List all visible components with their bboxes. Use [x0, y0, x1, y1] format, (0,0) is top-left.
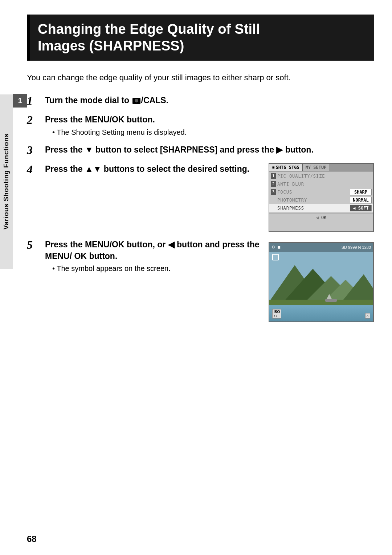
page-number: 68 [27, 534, 37, 544]
menu-rows: 1 PIC QUALITY/SIZE 2 ANTI BLUR 3 FOCUS [269, 171, 373, 213]
menu-row-1-num: 1 [271, 173, 276, 179]
boat-svg [324, 294, 338, 303]
page-container: Various Shooting Functions 1 Changing th… [0, 0, 392, 555]
chapter-badge: 1 [13, 94, 27, 108]
cam-top-info: SD 9999 N 1280 [342, 245, 371, 250]
step-2-content: Press the MENU/OK button. The Shooting S… [45, 114, 374, 137]
camera-screenshot: ⚙ ◼ SD 9999 N 1280 [269, 242, 374, 322]
menu-row-2-label: ANTI BLUR [277, 182, 372, 187]
step-5-screenshot: ⚙ ◼ SD 9999 N 1280 [269, 239, 374, 322]
menu-tab-active-label: SHTG STGS [276, 165, 299, 170]
page-title: Changing the Edge Quality of Still Image… [38, 21, 366, 54]
title-line1: Changing the Edge Quality of Still [38, 21, 260, 37]
step-3-number: 3 [27, 144, 41, 157]
side-tab: Various Shooting Functions [0, 94, 13, 269]
menu-tab-shtg: ◼ SHTG STGS [269, 164, 303, 171]
menu-row-4-label: PHOTOMETRY [277, 198, 350, 203]
step-5-text: Press the MENU/OK button, or ◀ button an… [45, 239, 261, 262]
cam-boat [324, 294, 338, 304]
step-4-number: 4 [27, 163, 41, 176]
side-tab-text: Various Shooting Functions [3, 133, 10, 230]
step-3: 3 Press the ▼ button to select [SHARPNES… [27, 144, 374, 157]
step-3-content: Press the ▼ button to select [SHARPNESS]… [45, 144, 374, 155]
chapter-number: 1 [18, 97, 22, 105]
step-2-number: 2 [27, 114, 41, 126]
camera-mode-icon [132, 98, 140, 104]
step-5-row: 5 Press the MENU/OK button, or ◀ button … [27, 239, 374, 322]
cam-iso-badge: ISO ↑↓ [272, 309, 281, 319]
menu-ok: ◁ OK [269, 214, 373, 221]
menu-screenshot: ◼ SHTG STGS MY SETUP 1 PIC QUALITY/SIZE [269, 163, 374, 232]
cam-sharpness-icon: ⌂ [367, 314, 369, 318]
menu-row-4-value: NORMAL [350, 197, 372, 203]
menu-row-1-label: PIC QUALITY/SIZE [277, 174, 372, 179]
cam-camera-icon: ◼ [277, 245, 281, 250]
step-2-text: Press the MENU/OK button. [45, 114, 374, 125]
cam-gear-icon: ⚙ [271, 245, 275, 250]
step-5-subbullet: The symbol appears on the screen. [45, 263, 261, 274]
menu-row-4: PHOTOMETRY NORMAL [269, 196, 373, 204]
menu-row-2: 2 ANTI BLUR [269, 180, 373, 188]
title-block: Changing the Edge Quality of Still Image… [27, 15, 374, 61]
svg-rect-6 [325, 299, 337, 302]
menu-row-1: 1 PIC QUALITY/SIZE [269, 172, 373, 180]
step-4-content: Press the ▲▼ buttons to select the desir… [45, 163, 261, 175]
step-4-screenshot: ◼ SHTG STGS MY SETUP 1 PIC QUALITY/SIZE [269, 163, 374, 232]
step-4: 4 Press the ▲▼ buttons to select the des… [27, 163, 261, 176]
menu-row-4-num [271, 200, 276, 200]
step-4-text: Press the ▲▼ buttons to select the desir… [45, 163, 261, 175]
cam-bottom-right-badge: ⌂ [365, 313, 370, 319]
cam-mountains [269, 258, 373, 301]
menu-row-3-value: SHARP [350, 189, 372, 195]
cam-iso-value: ↑↓ [274, 314, 277, 318]
title-line2: Images (SHARPNESS) [38, 38, 184, 53]
menu-row-3-num: 3 [271, 189, 276, 195]
menu-tab-inactive-label: MY SETUP [306, 165, 327, 170]
step-5: 5 Press the MENU/OK button, or ◀ button … [27, 239, 261, 274]
menu-tab-mysetup: MY SETUP [303, 164, 330, 171]
svg-marker-5 [327, 294, 332, 299]
step-1-text: Turn the mode dial to /CALS. [45, 94, 374, 106]
camera-top-bar: ⚙ ◼ SD 9999 N 1280 [269, 243, 373, 252]
menu-row-5: SHARPNESS ◀ SOFT [269, 204, 373, 212]
step-2: 2 Press the MENU/OK button. The Shooting… [27, 114, 374, 137]
step-5-content: Press the MENU/OK button, or ◀ button an… [45, 239, 261, 274]
cam-ground [269, 300, 373, 305]
menu-row-5-num [271, 208, 276, 208]
main-content: Changing the Edge Quality of Still Image… [27, 0, 374, 351]
step-1: 1 Turn the mode dial to /CALS. [27, 94, 374, 107]
step-3-text: Press the ▼ button to select [SHARPNESS]… [45, 144, 374, 155]
step-1-content: Turn the mode dial to /CALS. [45, 94, 374, 106]
step-1-number: 1 [27, 94, 41, 107]
menu-row-5-label: SHARPNESS [277, 206, 350, 211]
step-4-row: 4 Press the ▲▼ buttons to select the des… [27, 163, 374, 232]
menu-tabs: ◼ SHTG STGS MY SETUP [269, 164, 373, 171]
menu-row-2-num: 2 [271, 181, 276, 187]
menu-row-5-value: ◀ SOFT [350, 205, 372, 211]
step-2-subbullet: The Shooting Setting menu is displayed. [45, 127, 374, 137]
step-5-number: 5 [27, 239, 41, 251]
mountains-svg [269, 258, 374, 301]
menu-row-3-label: FOCUS [277, 190, 350, 195]
intro-text: You can change the edge quality of your … [27, 72, 374, 84]
menu-row-3: 3 FOCUS SHARP [269, 188, 373, 196]
cam-iso-text: ISO [274, 310, 280, 314]
